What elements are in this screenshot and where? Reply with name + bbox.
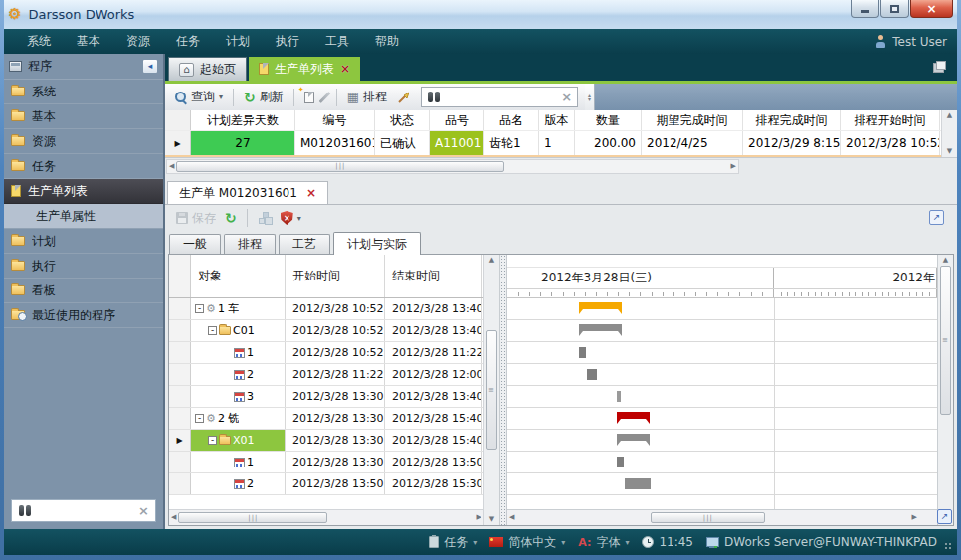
refresh-icon[interactable]: ↻ xyxy=(225,211,237,225)
tree-vertical-scrollbar[interactable]: ▲ ≡ ▼ xyxy=(483,255,499,525)
plan-object-cell[interactable]: 1 xyxy=(191,452,286,472)
sidebar-item-1[interactable]: 基本 xyxy=(4,104,163,129)
gantt-bar-task[interactable] xyxy=(587,369,597,380)
scrollbar-thumb[interactable]: ||| xyxy=(651,512,765,523)
minimize-button[interactable] xyxy=(851,0,879,18)
sidebar-item-2[interactable]: 资源 xyxy=(4,129,163,154)
tree-column-header-1[interactable]: 开始时间 xyxy=(286,255,385,297)
menu-item-4[interactable]: 计划 xyxy=(213,29,263,54)
new-button[interactable] xyxy=(302,90,316,105)
grid-cell-3[interactable]: A11001 xyxy=(430,131,484,155)
gantt-horizontal-scrollbar[interactable]: ◀ ||| ▶ xyxy=(507,509,937,525)
grid-cell-4[interactable]: 齿轮1 xyxy=(484,131,539,155)
plan-row-1[interactable]: -C01 2012/3/28 10:52 2012/3/28 13:40 xyxy=(169,320,483,342)
edit-button[interactable] xyxy=(321,89,328,106)
close-document-icon[interactable]: × xyxy=(306,186,316,200)
doc-inner-tab-1[interactable]: 排程 xyxy=(224,234,276,254)
status-language-menu[interactable]: 简体中文 ▾ xyxy=(489,534,565,551)
order-document-tab[interactable]: 生产单 M012031601 × xyxy=(167,181,328,204)
scrollbar-thumb[interactable]: ≡ xyxy=(486,330,497,450)
tree-column-header-0[interactable]: 对象 xyxy=(191,255,286,297)
window-list-icon[interactable] xyxy=(933,61,946,71)
scrollbar-thumb[interactable]: ||| xyxy=(178,512,327,523)
grid-column-header-3[interactable]: 品号 xyxy=(430,110,484,130)
grid-row-selector[interactable]: ▶ xyxy=(165,131,191,155)
menu-item-1[interactable]: 基本 xyxy=(64,29,113,54)
maximize-button[interactable] xyxy=(880,0,909,18)
grid-cell-1[interactable]: M012031601 xyxy=(295,131,375,155)
save-button[interactable]: 保存 xyxy=(174,208,218,229)
scroll-left-icon[interactable]: ◀ xyxy=(171,514,176,521)
status-task-menu[interactable]: 任务 ▾ xyxy=(429,534,477,551)
menu-item-6[interactable]: 工具 xyxy=(312,29,362,54)
collapse-toggle-icon[interactable]: - xyxy=(195,414,204,423)
sidebar-collapse-button[interactable]: ◂ xyxy=(142,59,158,74)
grid-column-header-2[interactable]: 状态 xyxy=(375,110,430,130)
menu-item-7[interactable]: 帮助 xyxy=(362,29,412,54)
gantt-bar-task[interactable] xyxy=(617,457,624,467)
clean-button[interactable] xyxy=(394,89,412,106)
grid-cell-7[interactable]: 2012/4/25 xyxy=(642,131,743,155)
plan-object-cell[interactable]: -⚙1 车 xyxy=(191,298,286,319)
scroll-right-icon[interactable]: ▶ xyxy=(731,163,736,170)
status-font-menu[interactable]: A: 字体 ▾ xyxy=(578,534,629,551)
scroll-right-icon[interactable]: ▶ xyxy=(912,514,917,521)
grid-column-header-6[interactable]: 数量 xyxy=(575,110,642,130)
scroll-up-icon[interactable]: ▲ xyxy=(943,257,948,264)
plan-object-cell[interactable]: -⚙2 铣 xyxy=(191,408,286,429)
scroll-left-icon[interactable]: ◀ xyxy=(509,514,514,521)
grid-column-header-9[interactable]: 排程开始时间 xyxy=(841,110,940,130)
sidebar-item-8[interactable]: 看板 xyxy=(4,279,163,303)
grid-column-header-8[interactable]: 排程完成时间 xyxy=(743,110,841,130)
sidebar-item-0[interactable]: 系统 xyxy=(4,80,163,104)
grid-column-header-4[interactable]: 品名 xyxy=(484,110,539,130)
scroll-left-icon[interactable]: ◀ xyxy=(169,163,174,170)
validate-button[interactable]: × ▾ xyxy=(279,209,303,227)
plan-object-cell[interactable]: 2 xyxy=(191,473,286,494)
toolbar-search-clear-icon[interactable]: × xyxy=(561,91,572,103)
close-tab-icon[interactable]: × xyxy=(340,63,350,75)
menu-item-2[interactable]: 资源 xyxy=(113,29,163,54)
sidebar-search-input[interactable] xyxy=(38,503,132,519)
grid-column-header-0[interactable]: 计划差异天数 xyxy=(191,110,295,130)
sidebar-item-3[interactable]: 任务 xyxy=(4,154,163,179)
sidebar-item-6[interactable]: 计划 xyxy=(4,229,163,254)
menu-item-5[interactable]: 执行 xyxy=(263,29,312,54)
gantt-bar-task[interactable] xyxy=(579,347,587,358)
doc-inner-tab-3[interactable]: 计划与实际 xyxy=(333,232,421,255)
plan-row-2[interactable]: 1 2012/3/28 10:52 2012/3/28 11:22 xyxy=(169,342,483,364)
scroll-up-icon[interactable]: ▲ xyxy=(489,257,494,264)
grid-cell-2[interactable]: 已确认 xyxy=(375,131,430,155)
toolbar-search-input[interactable] xyxy=(446,90,556,105)
gantt-bar-summary[interactable] xyxy=(579,302,622,309)
grid-cell-6[interactable]: 200.00 xyxy=(575,131,642,155)
gantt-bar-task[interactable] xyxy=(617,391,621,402)
plan-row-7[interactable]: 1 2012/3/28 13:30 2012/3/28 13:50 xyxy=(169,452,483,473)
plan-object-cell[interactable]: 3 xyxy=(191,386,286,407)
toolbar-grip[interactable]: ▴▾ xyxy=(585,84,595,110)
plan-object-cell[interactable]: 1 xyxy=(191,342,286,363)
collapse-toggle-icon[interactable]: - xyxy=(208,326,217,335)
gantt-bar-task[interactable] xyxy=(625,478,651,489)
plan-object-cell[interactable]: 2 xyxy=(191,364,286,385)
scroll-right-icon[interactable]: ▶ xyxy=(477,514,481,521)
plan-row-8[interactable]: 2 2012/3/28 13:50 2012/3/28 15:30 xyxy=(169,473,483,495)
scrollbar-thumb[interactable]: ≡ xyxy=(940,266,951,415)
tree-horizontal-scrollbar[interactable]: ◀ ||| ▶ xyxy=(169,509,483,525)
grid-cell-9[interactable]: 2012/3/28 10:52 xyxy=(841,131,940,155)
grid-column-header-5[interactable]: 版本 xyxy=(539,110,575,130)
plan-object-cell[interactable]: -X01 xyxy=(191,430,286,451)
refresh-button[interactable]: ↻ 刷新 xyxy=(242,87,286,107)
resize-grip[interactable] xyxy=(944,542,953,551)
sidebar-item-9[interactable]: 最近使用的程序 xyxy=(4,303,163,328)
grid-column-header-7[interactable]: 期望完成时间 xyxy=(642,110,743,130)
schedule-button[interactable]: ▦ 排程 xyxy=(345,87,389,107)
grid-column-header-1[interactable]: 编号 xyxy=(295,110,375,130)
hierarchy-icon[interactable] xyxy=(258,212,272,224)
menu-item-3[interactable]: 任务 xyxy=(163,29,213,54)
sidebar-item-7[interactable]: 执行 xyxy=(4,254,163,279)
sidebar-item-4[interactable]: 生产单列表 xyxy=(4,179,163,204)
gantt-vertical-scrollbar[interactable]: ▲ ≡ ▼ xyxy=(937,255,953,525)
scroll-up-icon[interactable]: ▲ xyxy=(947,112,952,119)
close-button[interactable]: × xyxy=(910,0,953,18)
